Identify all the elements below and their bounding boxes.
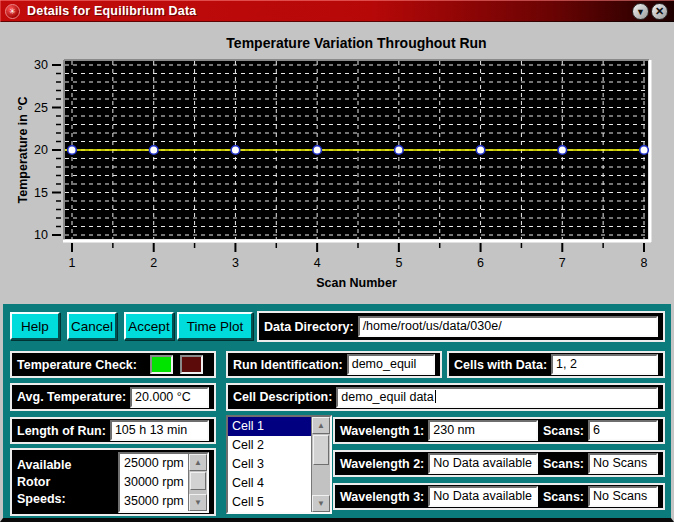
- wavelength-3-value: No Data available: [433, 489, 532, 503]
- cell-list-item[interactable]: Cell 3: [228, 455, 311, 474]
- svg-text:4: 4: [314, 256, 321, 270]
- run-identification-field[interactable]: demo_equil: [347, 354, 435, 375]
- temperature-check-pass-led: [150, 355, 173, 374]
- cell-description-field[interactable]: demo_equil data: [336, 387, 658, 408]
- cells-with-data-value: 1, 2: [556, 357, 577, 371]
- avg-temperature-value: 20.000 °C: [135, 390, 191, 404]
- wavelength-2-field[interactable]: No Data available: [428, 453, 538, 474]
- cell-description-value: demo_equil data: [341, 390, 433, 404]
- text-caret: [435, 390, 436, 403]
- svg-text:Temperature in °C: Temperature in °C: [16, 97, 30, 204]
- rotor-speeds-scrollbar[interactable]: ▲ ▼: [188, 454, 207, 511]
- control-panel: Help Cancel Accept Time Plot Data Direct…: [3, 304, 671, 518]
- cell-list-item[interactable]: Cell 1: [228, 417, 311, 436]
- scroll-down-icon[interactable]: ▼: [189, 494, 207, 511]
- wavelength-1-label: Wavelength 1:: [340, 424, 424, 438]
- svg-text:Temperature Variation Througho: Temperature Variation Throughout Run: [226, 35, 486, 51]
- length-of-run-field[interactable]: 105 h 13 min: [110, 420, 209, 441]
- minimize-icon: ▼: [636, 7, 645, 17]
- cells-with-data-group: Cells with Data: 1, 2: [447, 351, 665, 378]
- cancel-button[interactable]: Cancel: [67, 312, 117, 340]
- wavelength-3-group: Wavelength 3: No Data available Scans: N…: [333, 483, 665, 510]
- scrollbar-thumb[interactable]: [313, 435, 329, 465]
- svg-text:20: 20: [34, 143, 48, 157]
- cell-listbox[interactable]: Cell 1 Cell 2 Cell 3 Cell 4 Cell 5 ▲ ▼: [226, 415, 332, 514]
- rotor-speed-option[interactable]: 25000 rpm: [120, 454, 188, 473]
- details-equilibrium-window: ✳ Details for Equilibrium Data ▼ ✕ 12345…: [0, 0, 674, 522]
- window-title: Details for Equilibrium Data: [27, 4, 197, 18]
- scans-3-field[interactable]: No Scans: [588, 486, 658, 507]
- run-identification-group: Run Identification: demo_equil: [226, 351, 442, 378]
- wavelength-2-label: Wavelength 2:: [340, 457, 424, 471]
- cell-description-group: Cell Description: demo_equil data: [226, 383, 665, 411]
- temperature-check-group: Temperature Check:: [10, 351, 216, 378]
- chart-area: 123456781015202530Temperature Variation …: [3, 22, 671, 304]
- scroll-up-icon[interactable]: ▲: [312, 417, 330, 434]
- run-identification-value: demo_equil: [352, 357, 417, 371]
- cell-list-item[interactable]: Cell 5: [228, 493, 311, 512]
- svg-text:8: 8: [641, 256, 648, 270]
- data-directory-value: /home/root/us/data/030e/: [363, 319, 502, 333]
- cell-list-item[interactable]: Cell 4: [228, 474, 311, 493]
- window-body: 123456781015202530Temperature Variation …: [0, 22, 674, 522]
- wavelength-1-field[interactable]: 230 nm: [428, 420, 538, 441]
- wavelength-3-label: Wavelength 3:: [340, 490, 424, 504]
- accept-button[interactable]: Accept: [124, 312, 174, 340]
- rotor-speeds-label: Available Rotor Speeds:: [17, 457, 114, 508]
- wavelength-1-value: 230 nm: [433, 423, 475, 437]
- wavelength-2-value: No Data available: [433, 456, 532, 470]
- svg-text:25: 25: [34, 101, 48, 115]
- scrollbar-thumb[interactable]: [190, 472, 206, 490]
- scroll-down-icon[interactable]: ▼: [312, 495, 330, 512]
- temperature-check-label: Temperature Check:: [17, 358, 137, 372]
- svg-text:2: 2: [150, 256, 157, 270]
- rotor-speeds-group: Available Rotor Speeds: 25000 rpm 30000 …: [10, 448, 216, 516]
- length-of-run-value: 105 h 13 min: [115, 423, 187, 437]
- svg-text:30: 30: [34, 58, 48, 72]
- title-bar[interactable]: ✳ Details for Equilibrium Data ▼ ✕: [0, 0, 674, 22]
- temperature-chart: 123456781015202530Temperature Variation …: [3, 22, 671, 304]
- scans-1-field[interactable]: 6: [588, 420, 658, 441]
- data-directory-group: Data Directory: /home/root/us/data/030e/: [257, 311, 665, 342]
- length-of-run-group: Length of Run: 105 h 13 min: [10, 417, 216, 444]
- cell-list-scrollbar[interactable]: ▲ ▼: [311, 417, 330, 512]
- cells-with-data-field[interactable]: 1, 2: [551, 354, 658, 375]
- svg-text:5: 5: [395, 256, 402, 270]
- scroll-up-icon[interactable]: ▲: [189, 454, 207, 471]
- svg-text:Scan Number: Scan Number: [316, 276, 397, 290]
- temperature-check-fail-led: [180, 355, 203, 374]
- rotor-speed-option[interactable]: 35000 rpm: [120, 492, 188, 511]
- svg-text:6: 6: [477, 256, 484, 270]
- scans-3-label: Scans:: [543, 490, 584, 504]
- cell-description-label: Cell Description:: [233, 390, 332, 404]
- minimize-button[interactable]: ▼: [632, 3, 649, 20]
- scans-2-value: No Scans: [593, 456, 647, 470]
- avg-temperature-group: Avg. Temperature: 20.000 °C: [10, 383, 216, 411]
- length-of-run-label: Length of Run:: [17, 424, 106, 438]
- scans-1-label: Scans:: [543, 424, 584, 438]
- cell-list-item[interactable]: Cell 2: [228, 436, 311, 455]
- close-icon: ✕: [655, 5, 664, 18]
- avg-temperature-label: Avg. Temperature:: [17, 390, 126, 404]
- time-plot-button[interactable]: Time Plot: [177, 312, 253, 340]
- wavelength-3-field[interactable]: No Data available: [428, 486, 538, 507]
- scans-2-label: Scans:: [543, 457, 584, 471]
- svg-text:7: 7: [559, 256, 566, 270]
- data-directory-field[interactable]: /home/root/us/data/030e/: [358, 316, 658, 337]
- rotor-speed-option[interactable]: 30000 rpm: [120, 473, 188, 492]
- close-button[interactable]: ✕: [651, 3, 668, 20]
- run-identification-label: Run Identification:: [233, 358, 343, 372]
- svg-text:3: 3: [232, 256, 239, 270]
- cells-with-data-label: Cells with Data:: [454, 358, 547, 372]
- scans-2-field[interactable]: No Scans: [588, 453, 658, 474]
- window-menu-icon[interactable]: ✳: [5, 4, 20, 19]
- wavelength-1-group: Wavelength 1: 230 nm Scans: 6: [333, 417, 665, 444]
- help-button[interactable]: Help: [10, 312, 60, 340]
- rotor-speeds-listbox[interactable]: 25000 rpm 30000 rpm 35000 rpm ▲ ▼: [118, 452, 209, 513]
- scans-1-value: 6: [593, 423, 600, 437]
- data-directory-label: Data Directory:: [264, 320, 354, 334]
- svg-text:1: 1: [69, 256, 76, 270]
- scans-3-value: No Scans: [593, 489, 647, 503]
- avg-temperature-field[interactable]: 20.000 °C: [130, 387, 209, 408]
- svg-text:10: 10: [34, 228, 48, 242]
